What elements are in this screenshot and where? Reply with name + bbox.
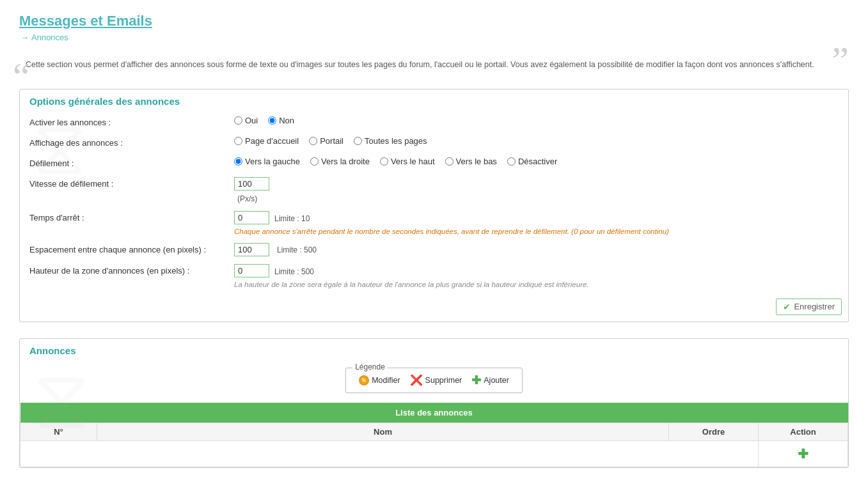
defilement-desactiver-option[interactable]: Désactiver bbox=[507, 157, 557, 166]
legend-modifier-label: Modifier bbox=[372, 376, 400, 385]
affichage-portail-option[interactable]: Portail bbox=[309, 136, 343, 146]
breadcrumb-arrow: → bbox=[20, 33, 29, 42]
defilement-droite-option[interactable]: Vers la droite bbox=[310, 157, 370, 166]
activer-non-option[interactable]: Non bbox=[268, 116, 294, 125]
add-icon[interactable]: ✚ bbox=[798, 447, 809, 461]
description-block: Cette section vous permet d'afficher des… bbox=[19, 54, 849, 76]
hauteur-limit: Limite : 500 bbox=[274, 267, 314, 276]
espacement-row: Espacement entre chaque annonce (en pixe… bbox=[29, 239, 839, 260]
affichage-portail-label: Portail bbox=[320, 136, 343, 146]
affichage-toutes-radio[interactable] bbox=[354, 137, 362, 145]
legend-modifier-item: ✎ Modifier bbox=[359, 375, 400, 385]
affichage-row: Affichage des annonces : Page d'accueil … bbox=[29, 132, 839, 153]
defilement-bas-label: Vers le bas bbox=[456, 157, 497, 166]
defilement-gauche-label: Vers la gauche bbox=[245, 157, 300, 166]
ajouter-icon: ✚ bbox=[471, 373, 481, 387]
activer-non-label: Non bbox=[279, 116, 294, 125]
save-button[interactable]: ✔ Enregistrer bbox=[776, 299, 842, 315]
col-action: Action bbox=[759, 423, 848, 440]
defilement-row: Défilement : Vers la gauche Vers la droi… bbox=[29, 153, 839, 173]
affichage-toutes-label: Toutes les pages bbox=[365, 136, 427, 146]
affichage-accueil-label: Page d'accueil bbox=[245, 136, 299, 146]
col-ordre: Ordre bbox=[669, 423, 759, 440]
activer-oui-radio[interactable] bbox=[234, 116, 242, 125]
defilement-gauche-radio[interactable] bbox=[234, 157, 242, 166]
temps-arret-label: Temps d'arrêt : bbox=[29, 211, 234, 222]
activer-non-radio[interactable] bbox=[268, 116, 276, 125]
legend-ajouter-label: Ajouter bbox=[484, 376, 509, 385]
activer-label: Activer les annonces : bbox=[29, 116, 234, 127]
affichage-portail-radio[interactable] bbox=[309, 137, 317, 145]
defilement-haut-radio[interactable] bbox=[380, 157, 388, 166]
table-list-label: Liste des annonces bbox=[20, 403, 848, 423]
vitesse-unit: (Px/s) bbox=[237, 194, 257, 203]
vitesse-row: Vitesse de défilement : (Px/s) bbox=[29, 173, 839, 207]
save-row: ✔ Enregistrer bbox=[20, 295, 848, 322]
affichage-toutes-option[interactable]: Toutes les pages bbox=[354, 136, 427, 146]
defilement-gauche-option[interactable]: Vers la gauche bbox=[234, 157, 300, 166]
temps-arret-limit: Limite : 10 bbox=[274, 214, 310, 223]
temps-arret-input[interactable] bbox=[234, 211, 269, 224]
table-add-row: ✚ bbox=[20, 440, 848, 467]
legend-supprimer-label: Supprimer bbox=[425, 376, 462, 385]
check-icon: ✔ bbox=[783, 302, 791, 312]
temps-arret-note: Chaque annonce s'arrête pendant le nombr… bbox=[234, 228, 839, 235]
legend-container: Légende ✎ Modifier ❌ Supprimer ✚ Ajouter bbox=[20, 361, 848, 393]
defilement-droite-radio[interactable] bbox=[310, 157, 319, 166]
defilement-droite-label: Vers la droite bbox=[321, 157, 370, 166]
defilement-desactiver-radio[interactable] bbox=[507, 157, 516, 166]
defilement-bas-radio[interactable] bbox=[445, 157, 454, 166]
table-list-header: Liste des annonces bbox=[20, 403, 848, 423]
defilement-bas-option[interactable]: Vers le bas bbox=[445, 157, 497, 166]
temps-arret-row: Temps d'arrêt : Limite : 10 Chaque annon… bbox=[29, 207, 839, 239]
legend-supprimer-item: ❌ Supprimer bbox=[410, 374, 462, 386]
col-nom: Nom bbox=[97, 423, 669, 440]
hauteur-label: Hauteur de la zone d'annonces (en pixels… bbox=[29, 264, 234, 276]
activer-row: Activer les annonces : Oui Non bbox=[29, 112, 839, 132]
modifier-icon: ✎ bbox=[359, 375, 369, 385]
espacement-input[interactable] bbox=[234, 243, 269, 256]
defilement-label: Défilement : bbox=[29, 157, 234, 168]
vitesse-label: Vitesse de défilement : bbox=[29, 177, 234, 189]
affichage-accueil-option[interactable]: Page d'accueil bbox=[234, 136, 299, 146]
annonces-table: Liste des annonces N° Nom Ordre Action ✚ bbox=[20, 403, 848, 467]
breadcrumb-link[interactable]: Annonces bbox=[31, 33, 68, 42]
espacement-label: Espacement entre chaque annonce (en pixe… bbox=[29, 243, 234, 254]
espacement-limit: Limite : 500 bbox=[277, 245, 317, 254]
legend-ajouter-item: ✚ Ajouter bbox=[471, 373, 509, 387]
defilement-desactiver-label: Désactiver bbox=[518, 157, 557, 166]
legend-box: Légende ✎ Modifier ❌ Supprimer ✚ Ajouter bbox=[345, 368, 523, 393]
options-section: ⧖ Options générales des annonces Activer… bbox=[19, 89, 849, 322]
supprimer-icon: ❌ bbox=[410, 374, 423, 386]
hauteur-row: Hauteur de la zone d'annonces (en pixels… bbox=[29, 260, 839, 292]
defilement-haut-option[interactable]: Vers le haut bbox=[380, 157, 435, 166]
breadcrumb: → Annonces bbox=[20, 33, 849, 42]
legend-label: Légende bbox=[352, 362, 388, 371]
hauteur-input[interactable] bbox=[234, 264, 269, 277]
col-num: N° bbox=[20, 423, 97, 440]
description-text: Cette section vous permet d'afficher des… bbox=[26, 60, 814, 69]
vitesse-input[interactable] bbox=[234, 177, 269, 191]
affichage-label: Affichage des annonces : bbox=[29, 136, 234, 148]
defilement-haut-label: Vers le haut bbox=[391, 157, 435, 166]
activer-oui-option[interactable]: Oui bbox=[234, 116, 258, 125]
add-cell: ✚ bbox=[759, 440, 848, 467]
annonces-section: ⧖ Annonces Légende ✎ Modifier ❌ Supprime… bbox=[19, 338, 849, 468]
save-label: Enregistrer bbox=[794, 302, 835, 311]
hauteur-note: La hauteur de la zone sera égale à la ha… bbox=[234, 281, 839, 288]
affichage-accueil-radio[interactable] bbox=[234, 137, 242, 145]
activer-oui-label: Oui bbox=[245, 116, 258, 125]
page-title: Messages et Emails bbox=[19, 13, 152, 29]
annonces-section-title: Annonces bbox=[20, 339, 848, 361]
options-section-title: Options générales des annonces bbox=[20, 89, 848, 112]
table-col-headers: N° Nom Ordre Action bbox=[20, 423, 848, 440]
